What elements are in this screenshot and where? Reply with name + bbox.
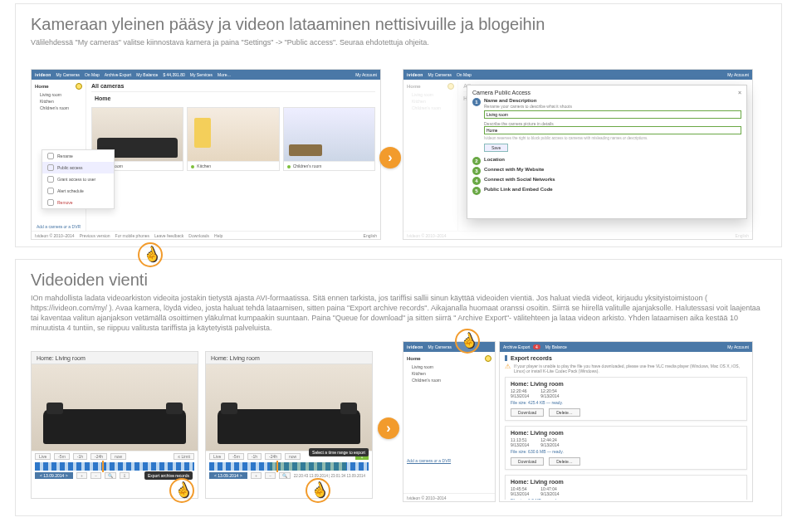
warning-text: If your player is unable to play the fil…: [514, 364, 747, 373]
limit-button[interactable]: ≤ Limit: [174, 453, 194, 460]
nav-my-cameras[interactable]: My Cameras: [56, 72, 80, 77]
add-camera-link[interactable]: Add a camera or a DVR: [407, 458, 451, 463]
footer-copyright: Ivideon © 2010–2014: [407, 495, 447, 500]
nav-my-cameras[interactable]: My Cameras: [428, 72, 452, 77]
export-item: Home: Living room 12:20:469/13/2014 12:2…: [505, 377, 747, 421]
nav-my-services[interactable]: My Services: [190, 72, 213, 77]
sidebar-item-kitchen[interactable]: Kitchen: [407, 370, 491, 377]
sidebar-item-kids[interactable]: Children's room: [35, 105, 82, 111]
menu-remove[interactable]: Remove: [86, 197, 114, 208]
step3-title[interactable]: Connect with My Website: [484, 167, 544, 172]
nav-archive-export[interactable]: Archive Export 4: [503, 344, 540, 349]
timeline: Live -5m -1h -24h now ≤ Limit < 13.09.20…: [32, 451, 198, 488]
now-button[interactable]: now: [110, 453, 126, 460]
delete-button[interactable]: Delete…: [549, 457, 579, 466]
sidebar-item-living: Living room: [407, 91, 454, 98]
footer-mobile[interactable]: For mobile phones: [115, 233, 149, 238]
camera-card-kids[interactable]: Children's room: [283, 107, 375, 171]
zoom-in-icon[interactable]: ＋: [76, 472, 87, 479]
next-step-chevron[interactable]: ›: [378, 417, 399, 439]
crumb-all[interactable]: All cameras: [91, 83, 124, 89]
menu-alert-schedule[interactable]: Alert schedule: [86, 185, 114, 197]
footer-lang: English: [736, 233, 749, 238]
step2-title[interactable]: Location: [484, 157, 505, 162]
sidebar-group[interactable]: Home: [407, 356, 421, 361]
now-button[interactable]: now: [285, 453, 301, 460]
search-icon[interactable]: 🔍: [279, 472, 291, 479]
sidebar-group[interactable]: Home: [35, 84, 49, 89]
next-step-chevron[interactable]: ›: [379, 147, 401, 168]
date-picker[interactable]: < 13.09.2014 >: [35, 472, 73, 479]
date-picker[interactable]: < 13.09.2014 >: [209, 472, 247, 479]
back-5m-button[interactable]: -5m: [228, 453, 244, 460]
back-24h-button[interactable]: -24h: [90, 453, 107, 460]
nav-my-balance[interactable]: My Balance: [545, 344, 567, 349]
timeline-bar[interactable]: [209, 462, 369, 471]
export-size: File size: 6.2 MB — ready.: [511, 498, 741, 500]
download-button[interactable]: Download: [511, 457, 544, 466]
tooltip-select-range: Select a time range to export: [309, 448, 369, 456]
save-button[interactable]: Save: [484, 144, 508, 152]
live-button[interactable]: Live: [209, 453, 225, 460]
zoom-in-icon[interactable]: ＋: [251, 472, 262, 479]
camera-desc-input[interactable]: [484, 126, 741, 134]
status-dot-icon: [287, 165, 291, 168]
nav-my-account[interactable]: My Account: [355, 72, 377, 77]
search-icon[interactable]: 🔍: [105, 472, 116, 479]
zoom-out-icon[interactable]: －: [90, 472, 101, 479]
footer-previous[interactable]: Previous version: [80, 233, 110, 238]
nav-my-account[interactable]: My Account: [727, 344, 749, 349]
download-button[interactable]: Download: [511, 408, 544, 417]
nav-on-map[interactable]: On Map: [457, 72, 472, 77]
footer-help[interactable]: Help: [214, 233, 222, 238]
app-topbar: ivideon My Cameras On Map My Account: [403, 70, 752, 80]
sidebar-item-kitchen[interactable]: Kitchen: [35, 98, 82, 105]
back-1h-button[interactable]: -1h: [73, 453, 87, 460]
step4-title[interactable]: Connect with Social Networks: [484, 177, 555, 182]
live-button[interactable]: Live: [35, 453, 51, 460]
app-topbar: ivideon My Cameras: [403, 342, 495, 352]
tooltip-export: Export archive records: [144, 471, 193, 480]
selection-range[interactable]: [270, 462, 346, 471]
back-1h-button[interactable]: -1h: [247, 453, 262, 460]
export-size: File size: 630.6 MB — ready.: [511, 449, 741, 454]
nav-my-cameras[interactable]: My Cameras: [428, 344, 452, 349]
codec-warning: ⚠ If your player is unable to play the f…: [505, 364, 747, 373]
delete-button[interactable]: Delete…: [549, 408, 579, 417]
card-label: Children's room: [293, 164, 322, 168]
nav-my-balance[interactable]: My Balance: [136, 72, 158, 77]
add-camera-link[interactable]: Add a camera or a DVR: [37, 224, 81, 229]
sidebar-item-kitchen: Kitchen: [407, 98, 454, 105]
dialog-title: Camera Public Access: [472, 90, 531, 95]
nav-archive-export[interactable]: Archive Export: [105, 72, 132, 77]
pin-icon[interactable]: [76, 83, 82, 90]
back-24h-button[interactable]: -24h: [265, 453, 281, 460]
menu-rename[interactable]: Rename: [86, 150, 114, 162]
back-5m-button[interactable]: -5m: [54, 453, 70, 460]
menu-grant-access[interactable]: Grant access to user: [86, 173, 114, 185]
menu-public-access[interactable]: Public access: [86, 162, 114, 173]
crumb-home[interactable]: Home: [95, 95, 110, 101]
timeline-bar[interactable]: [35, 462, 194, 471]
video-area[interactable]: [206, 364, 372, 451]
footer-lang[interactable]: English: [364, 233, 377, 238]
sidebar: Home Living room Kitchen Children's room: [403, 80, 458, 231]
close-icon[interactable]: ×: [738, 90, 741, 95]
footer-feedback[interactable]: Leave feedback: [154, 233, 183, 238]
camera-name-input[interactable]: [484, 110, 741, 119]
footer-downloads[interactable]: Downloads: [188, 233, 209, 238]
nav-more[interactable]: More…: [218, 72, 231, 77]
sidebar-item-kids[interactable]: Children's room: [407, 377, 491, 383]
sidebar-item-living[interactable]: Living room: [35, 91, 82, 98]
sidebar-item-living[interactable]: Living room: [407, 364, 491, 370]
export-archive-button[interactable]: ⇩: [120, 472, 130, 479]
app-footer: Add a camera or a DVR Ivideon © 2010–201…: [32, 231, 380, 240]
zoom-out-icon[interactable]: －: [265, 472, 276, 479]
nav-on-map[interactable]: On Map: [85, 72, 100, 77]
step5-title[interactable]: Public Link and Embed Code: [484, 187, 553, 192]
video-area[interactable]: [32, 364, 198, 451]
playhead-icon[interactable]: [102, 461, 104, 472]
playhead-icon[interactable]: [276, 461, 278, 472]
nav-my-account[interactable]: My Account: [727, 72, 749, 77]
camera-card-kitchen[interactable]: Kitchen: [187, 107, 279, 171]
